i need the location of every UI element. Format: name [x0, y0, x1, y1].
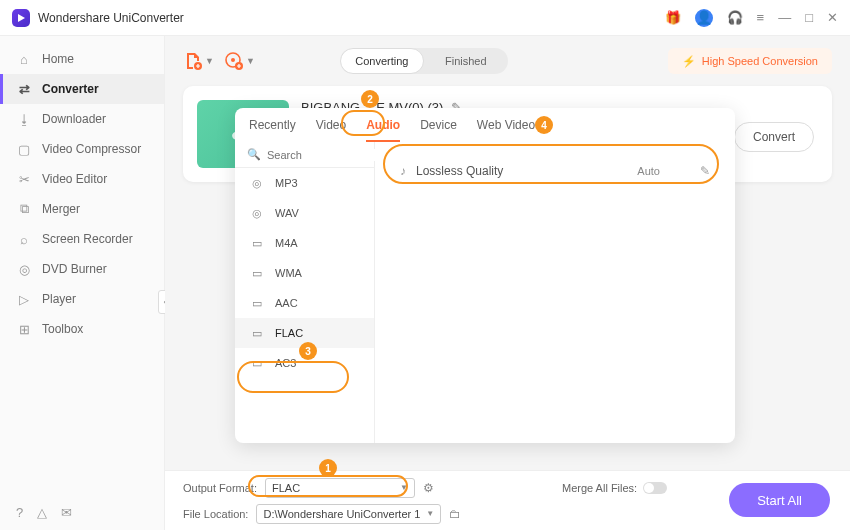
menu-icon[interactable]: ≡ [757, 10, 765, 25]
window-close[interactable]: ✕ [827, 10, 838, 25]
home-icon: ⌂ [16, 52, 32, 67]
toolbar: ▼ ▼ Converting Finished ⚡ High Speed Con… [165, 36, 850, 86]
dvd-icon: ◎ [16, 262, 32, 277]
high-speed-conversion-button[interactable]: ⚡ High Speed Conversion [668, 48, 832, 74]
compressor-icon: ▢ [16, 142, 32, 157]
feedback-icon[interactable]: ✉ [61, 505, 72, 520]
gift-icon[interactable]: 🎁 [665, 10, 681, 25]
file-location-label: File Location: [183, 508, 248, 520]
file-location-value: D:\Wondershare UniConverter 1 [263, 508, 420, 520]
format-list: ◎MP3 ◎WAV ▭M4A ▭WMA ▭AAC ▭FLAC ▭AC3 [235, 168, 374, 443]
main-area: ▼ ▼ Converting Finished ⚡ High Speed Con… [165, 36, 850, 530]
help-icon[interactable]: ? [16, 505, 23, 520]
sidebar-item-video-compressor[interactable]: ▢Video Compressor [0, 134, 164, 164]
file-location-dropdown[interactable]: D:\Wondershare UniConverter 1 ▼ [256, 504, 441, 524]
app-logo [12, 9, 30, 27]
sidebar-item-label: Toolbox [42, 322, 83, 336]
annotation-marker-2: 2 [361, 90, 379, 108]
format-wav[interactable]: ◎WAV [235, 198, 374, 228]
bottom-bar: Output Format: FLAC ▼ ⚙ Merge All Files:… [165, 470, 850, 530]
content-area: BIGBANG - E MV(0) (3) ✎ ✂ ▢ Convert Rece… [165, 86, 850, 470]
format-m4a[interactable]: ▭M4A [235, 228, 374, 258]
search-icon: 🔍 [247, 148, 261, 161]
format-search: 🔍 [235, 142, 374, 168]
sidebar-item-downloader[interactable]: ⭳Downloader [0, 104, 164, 134]
sidebar-item-converter[interactable]: ⇄Converter [0, 74, 164, 104]
start-all-button[interactable]: Start All [729, 483, 830, 517]
tab-converting[interactable]: Converting [340, 48, 424, 74]
sidebar-item-label: DVD Burner [42, 262, 107, 276]
sidebar-item-dvd-burner[interactable]: ◎DVD Burner [0, 254, 164, 284]
tab-recently[interactable]: Recently [249, 118, 296, 142]
sidebar-footer: ? △ ✉ [0, 495, 164, 530]
panel-tabs: Recently Video Audio Device Web Video [235, 108, 735, 142]
annotation-ring-3 [237, 361, 349, 393]
quality-column: ♪ Lossless Quality Auto ✎ [375, 142, 735, 443]
sidebar-item-label: Player [42, 292, 76, 306]
sidebar-item-merger[interactable]: ⧉Merger [0, 194, 164, 224]
sidebar: ⌂Home ⇄Converter ⭳Downloader ▢Video Comp… [0, 36, 165, 530]
sidebar-item-screen-recorder[interactable]: ⌕Screen Recorder [0, 224, 164, 254]
editor-icon: ✂ [16, 172, 32, 187]
merge-row: Merge All Files: [562, 482, 667, 494]
format-list-column: 🔍 ◎MP3 ◎WAV ▭M4A ▭WMA ▭AAC ▭FLAC ▭AC3 [235, 142, 375, 443]
merge-toggle[interactable] [643, 482, 667, 494]
merge-label: Merge All Files: [562, 482, 637, 494]
format-icon: ▭ [249, 236, 265, 250]
add-dvd-icon [224, 51, 244, 71]
app-title: Wondershare UniConverter [38, 11, 184, 25]
merger-icon: ⧉ [16, 201, 32, 217]
add-file-button[interactable]: ▼ [183, 51, 214, 71]
tab-web-video[interactable]: Web Video [477, 118, 535, 142]
annotation-marker-3: 3 [299, 342, 317, 360]
convert-button[interactable]: Convert [734, 122, 814, 152]
chevron-down-icon: ▼ [426, 509, 434, 518]
notifications-icon[interactable]: △ [37, 505, 47, 520]
window-minimize[interactable]: — [778, 10, 791, 25]
tab-finished[interactable]: Finished [424, 48, 508, 74]
hsc-label: High Speed Conversion [702, 55, 818, 67]
format-icon: ▭ [249, 326, 265, 340]
chevron-down-icon: ▼ [205, 56, 214, 66]
format-icon: ◎ [249, 176, 265, 190]
annotation-ring-2 [341, 110, 385, 136]
open-folder-icon[interactable]: 🗀 [449, 507, 461, 521]
sidebar-item-label: Converter [42, 82, 99, 96]
sidebar-item-label: Screen Recorder [42, 232, 133, 246]
sidebar-item-label: Video Editor [42, 172, 107, 186]
add-dvd-button[interactable]: ▼ [224, 51, 255, 71]
tab-device[interactable]: Device [420, 118, 457, 142]
support-icon[interactable]: 🎧 [727, 10, 743, 25]
sidebar-item-label: Merger [42, 202, 80, 216]
window-maximize[interactable]: □ [805, 10, 813, 25]
sidebar-item-label: Home [42, 52, 74, 66]
avatar[interactable]: 👤 [695, 9, 713, 27]
titlebar: Wondershare UniConverter 🎁 👤 🎧 ≡ — □ ✕ [0, 0, 850, 36]
svg-point-3 [231, 58, 235, 62]
format-icon: ◎ [249, 206, 265, 220]
player-icon: ▷ [16, 292, 32, 307]
annotation-marker-1: 1 [319, 459, 337, 477]
annotation-ring-4 [383, 144, 719, 184]
recorder-icon: ⌕ [16, 232, 32, 247]
format-wma[interactable]: ▭WMA [235, 258, 374, 288]
annotation-marker-4: 4 [535, 116, 553, 134]
bolt-icon: ⚡ [682, 55, 696, 68]
format-icon: ▭ [249, 296, 265, 310]
sidebar-item-label: Downloader [42, 112, 106, 126]
sidebar-item-home[interactable]: ⌂Home [0, 44, 164, 74]
sidebar-item-video-editor[interactable]: ✂Video Editor [0, 164, 164, 194]
chevron-down-icon: ▼ [246, 56, 255, 66]
svg-marker-0 [18, 14, 25, 22]
sidebar-item-label: Video Compressor [42, 142, 141, 156]
format-mp3[interactable]: ◎MP3 [235, 168, 374, 198]
sidebar-item-player[interactable]: ▷Player [0, 284, 164, 314]
sidebar-item-toolbox[interactable]: ⊞Toolbox [0, 314, 164, 344]
format-aac[interactable]: ▭AAC [235, 288, 374, 318]
converter-icon: ⇄ [16, 82, 32, 97]
settings-icon[interactable]: ⚙ [423, 481, 434, 495]
add-file-icon [183, 51, 203, 71]
status-segment: Converting Finished [340, 48, 508, 74]
toolbox-icon: ⊞ [16, 322, 32, 337]
downloader-icon: ⭳ [16, 112, 32, 127]
